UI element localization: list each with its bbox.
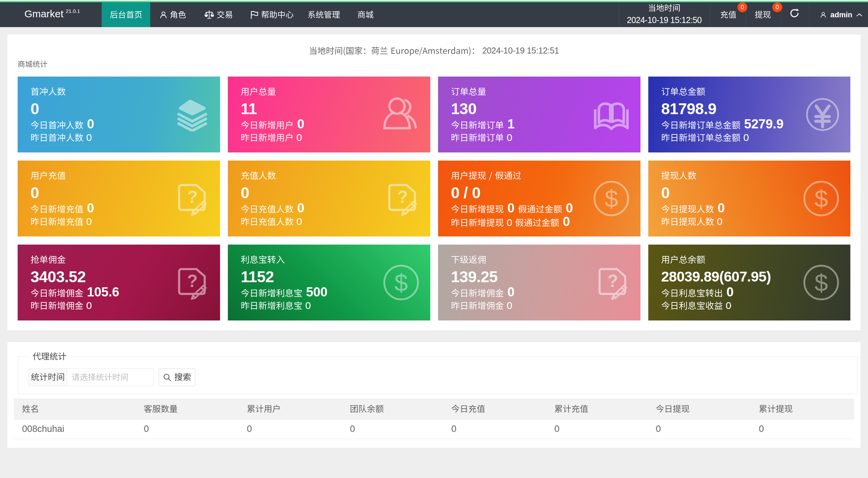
svg-text:$: $ — [814, 269, 828, 296]
svg-text:?: ? — [397, 187, 408, 207]
svg-text:?: ? — [187, 187, 198, 207]
svg-text:$: $ — [605, 185, 618, 212]
svg-text:$: $ — [814, 185, 828, 212]
svg-text:?: ? — [608, 271, 618, 291]
svg-text:$: $ — [394, 269, 408, 296]
svg-text:?: ? — [187, 271, 198, 291]
